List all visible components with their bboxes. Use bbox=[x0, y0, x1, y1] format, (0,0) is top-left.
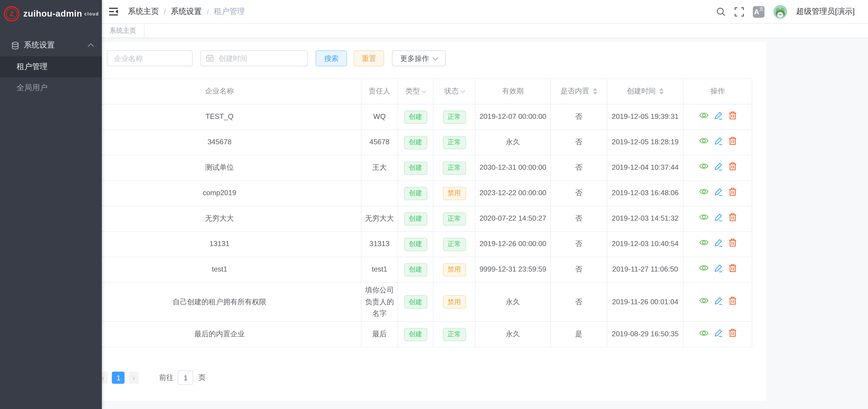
delete-trash-icon[interactable] bbox=[728, 162, 737, 171]
owner-cell-value: WQ bbox=[373, 112, 385, 121]
reset-button[interactable]: 重置 bbox=[354, 50, 384, 66]
tab-system-home[interactable]: 系统主页 bbox=[102, 24, 145, 38]
edit-pencil-icon[interactable] bbox=[714, 213, 723, 222]
column-header-状态[interactable]: 状态 bbox=[433, 79, 475, 104]
type-cell: 创建 bbox=[398, 104, 433, 130]
fullscreen-icon[interactable] bbox=[735, 7, 744, 16]
created-cell-value: 2019-12-03 16:48:06 bbox=[612, 189, 679, 197]
expiry-cell: 2023-12-22 00:00:00 bbox=[475, 181, 551, 206]
filter-arrow-icon[interactable] bbox=[460, 89, 465, 93]
status-cell: 正常 bbox=[433, 104, 475, 130]
edit-pencil-icon[interactable] bbox=[714, 238, 723, 247]
delete-trash-icon[interactable] bbox=[728, 137, 737, 145]
created-cell-value: 2019-12-03 14:51:32 bbox=[612, 214, 679, 223]
page-number-1[interactable]: 1 bbox=[112, 372, 125, 384]
column-header-类型[interactable]: 类型 bbox=[398, 79, 433, 104]
sidebar-item-1[interactable]: 全局用户 bbox=[0, 77, 102, 98]
table-row: 0000最后的内置企业最后创建正常永久是2019-08-29 16:50:35 bbox=[14, 322, 752, 347]
status-cell: 禁用 bbox=[433, 282, 475, 322]
search-icon[interactable] bbox=[716, 7, 726, 16]
avatar[interactable] bbox=[773, 5, 787, 19]
view-eye-icon[interactable] bbox=[699, 265, 708, 272]
column-label: 操作 bbox=[711, 86, 725, 97]
tab-bar: 系统主页 bbox=[102, 24, 868, 38]
company-name-input[interactable] bbox=[107, 50, 193, 66]
chevron-down-icon bbox=[433, 55, 438, 60]
owner-cell-value: 31313 bbox=[369, 239, 390, 248]
owner-cell: test1 bbox=[361, 257, 398, 282]
column-label: 责任人 bbox=[369, 86, 390, 97]
actions-cell bbox=[683, 231, 752, 257]
edit-pencil-icon[interactable] bbox=[714, 188, 723, 196]
collapse-sidebar-icon[interactable] bbox=[109, 8, 118, 15]
view-eye-icon[interactable] bbox=[699, 112, 708, 119]
sidebar-item-0[interactable]: 租户管理 bbox=[0, 56, 102, 77]
delete-trash-icon[interactable] bbox=[728, 264, 737, 272]
delete-trash-icon[interactable] bbox=[728, 188, 737, 196]
edit-pencil-icon[interactable] bbox=[714, 329, 723, 337]
expiry-cell-value: 永久 bbox=[506, 330, 520, 338]
content-card: 搜索 重置 更多操作 企业编码企业名称责任人类型状态有效期是否内置创建时间操作 … bbox=[4, 42, 766, 401]
company-name-cell: 13131 bbox=[78, 231, 361, 257]
expiry-cell: 2030-12-31 00:00:00 bbox=[475, 155, 551, 181]
company-name-cell-value: 最后的内置企业 bbox=[194, 330, 245, 338]
edit-pencil-icon[interactable] bbox=[714, 264, 723, 272]
status-tag: 正常 bbox=[443, 328, 466, 341]
owner-cell: 45678 bbox=[361, 130, 398, 155]
expiry-cell-value: 永久 bbox=[506, 138, 520, 146]
edit-pencil-icon[interactable] bbox=[714, 162, 723, 171]
sort-carets-icon[interactable] bbox=[659, 88, 663, 95]
expiry-cell-value: 2020-07-22 14:50:27 bbox=[479, 214, 546, 223]
edit-pencil-icon[interactable] bbox=[714, 137, 723, 145]
delete-trash-icon[interactable] bbox=[728, 111, 737, 120]
view-eye-icon[interactable] bbox=[699, 330, 708, 337]
created-cell-value: 2019-12-03 10:40:54 bbox=[612, 239, 679, 248]
delete-trash-icon[interactable] bbox=[728, 213, 737, 222]
next-page-button[interactable]: › bbox=[129, 372, 139, 384]
page-unit-label: 页 bbox=[198, 373, 206, 383]
status-cell: 正常 bbox=[433, 155, 475, 181]
database-icon bbox=[11, 41, 20, 49]
builtin-cell-value: 否 bbox=[575, 265, 583, 273]
expiry-cell-value: 9999-12-31 23:59:59 bbox=[479, 265, 546, 273]
view-eye-icon[interactable] bbox=[699, 297, 708, 304]
delete-trash-icon[interactable] bbox=[728, 329, 737, 337]
view-eye-icon[interactable] bbox=[699, 163, 708, 170]
edit-pencil-icon[interactable] bbox=[714, 296, 723, 305]
edit-pencil-icon[interactable] bbox=[714, 111, 723, 120]
sort-carets-icon[interactable] bbox=[593, 88, 597, 95]
breadcrumb-item-0[interactable]: 系统主页 bbox=[128, 7, 159, 16]
company-name-cell-value: 自己创建的租户拥有所有权限 bbox=[173, 298, 266, 306]
type-tag: 创建 bbox=[404, 136, 427, 149]
filter-arrow-icon[interactable] bbox=[422, 89, 426, 93]
owner-cell-value: 45678 bbox=[369, 138, 390, 146]
status-cell: 正常 bbox=[433, 206, 475, 232]
view-eye-icon[interactable] bbox=[699, 213, 708, 221]
delete-trash-icon[interactable] bbox=[728, 238, 737, 247]
type-cell: 创建 bbox=[398, 206, 433, 232]
created-cell-value: 2019-08-29 16:50:35 bbox=[612, 330, 679, 338]
search-button[interactable]: 搜索 bbox=[315, 50, 347, 66]
goto-page-input[interactable] bbox=[178, 371, 193, 385]
column-header-是否内置[interactable]: 是否内置 bbox=[551, 79, 607, 104]
sidebar-group-system-settings[interactable]: 系统设置 bbox=[0, 34, 102, 56]
breadcrumb-item-1[interactable]: 系统设置 bbox=[171, 7, 202, 16]
type-cell: 创建 bbox=[398, 257, 433, 282]
view-eye-icon[interactable] bbox=[699, 188, 708, 195]
language-icon[interactable]: A文 bbox=[753, 6, 765, 18]
user-name[interactable]: 超级管理员[演示] bbox=[796, 7, 855, 16]
view-eye-icon[interactable] bbox=[699, 137, 708, 144]
owner-cell-value: 填你公司负责人的名字 bbox=[365, 286, 394, 317]
create-time-input[interactable] bbox=[200, 50, 308, 66]
more-actions-label: 更多操作 bbox=[400, 54, 429, 63]
delete-trash-icon[interactable] bbox=[728, 296, 737, 305]
builtin-cell-value: 否 bbox=[575, 239, 583, 248]
type-cell: 创建 bbox=[398, 181, 433, 206]
type-tag: 创建 bbox=[404, 186, 427, 200]
logo-icon: Z bbox=[4, 6, 19, 22]
view-eye-icon[interactable] bbox=[699, 239, 708, 246]
builtin-cell: 是 bbox=[551, 322, 607, 347]
company-name-cell: 自己创建的租户拥有所有权限 bbox=[78, 282, 361, 322]
column-header-创建时间[interactable]: 创建时间 bbox=[607, 79, 684, 104]
more-actions-button[interactable]: 更多操作 bbox=[392, 50, 445, 66]
